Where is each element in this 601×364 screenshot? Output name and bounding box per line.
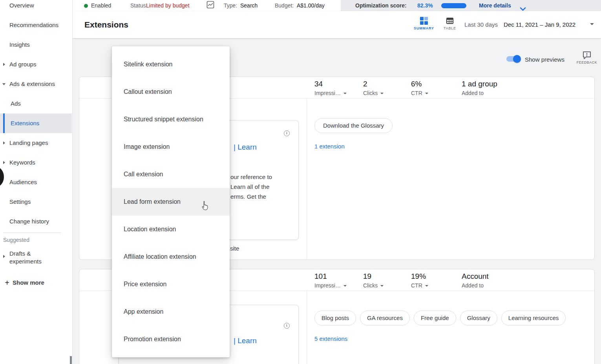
summary-view-label: SUMMARY xyxy=(414,26,434,30)
stat-value: Account xyxy=(462,272,489,281)
menu-item-affiliate-location-extension[interactable]: Affiliate location extension xyxy=(112,243,230,271)
google-ads-extensions-page: Overview Recommendations Insights Ad gro… xyxy=(0,0,601,364)
sidebar-nav: Overview Recommendations Insights Ad gro… xyxy=(0,0,72,231)
stat-label: Added to xyxy=(462,282,484,289)
sidebar-item-label: Overview xyxy=(9,2,34,9)
sidebar-item-ad-groups[interactable]: Ad groups xyxy=(0,55,72,74)
stat-clicks: 19 Clicks xyxy=(363,272,384,289)
chevron-down-icon[interactable] xyxy=(590,23,594,25)
menu-item-price-extension[interactable]: Price extension xyxy=(112,271,230,298)
stat-value: 6% xyxy=(411,80,428,88)
stat-ctr: 19% CTR xyxy=(411,272,428,289)
sitelink-chip[interactable]: Free guide xyxy=(414,311,456,326)
sidebar-item-audiences[interactable]: Audiences xyxy=(0,172,72,192)
performance-chart-icon[interactable] xyxy=(206,1,214,12)
enabled-label[interactable]: Enabled xyxy=(91,0,111,11)
sidebar-item-label: Change history xyxy=(9,218,49,225)
sidebar-item-label: Ad groups xyxy=(9,61,36,68)
sidebar-item-keywords[interactable]: Keywords xyxy=(0,153,72,172)
info-icon[interactable] xyxy=(284,130,290,136)
stat-label: Clicks xyxy=(363,282,378,289)
type-label: Type: xyxy=(224,0,237,11)
preview-description-line: our reference to xyxy=(230,172,272,182)
page-header: Extensions SUMMARY TABLE Last 30 days De… xyxy=(73,11,601,38)
stat-label: Impressi… xyxy=(314,282,341,289)
preview-title-fragment[interactable]: | Learn xyxy=(234,337,257,345)
preview-description: our reference to Learn all of the erms. … xyxy=(230,172,272,201)
sidebar: Overview Recommendations Insights Ad gro… xyxy=(0,0,73,364)
sidebar-item-recommendations[interactable]: Recommendations xyxy=(0,15,72,35)
enabled-status-dot xyxy=(84,4,88,8)
sidebar-item-ads-extensions[interactable]: Ads & extensions xyxy=(0,74,72,94)
table-view-button[interactable]: TABLE xyxy=(440,17,460,30)
budget-value[interactable]: A$1.00/day xyxy=(297,0,325,11)
sidebar-item-extensions-selected[interactable]: Extensions xyxy=(0,113,72,133)
stat-clicks: 2 Clicks xyxy=(363,80,384,96)
chevron-down-icon[interactable] xyxy=(425,285,428,287)
campaign-status-bar: Enabled Status: Limited by budget Type: … xyxy=(73,0,601,11)
download-glossary-button[interactable]: Download the Glossary xyxy=(314,118,393,133)
sitelink-chip[interactable]: Learning resources xyxy=(501,311,566,326)
stat-value: 34 xyxy=(314,80,347,88)
sidebar-show-more-button[interactable]: Show more xyxy=(0,275,72,291)
chevron-down-icon[interactable] xyxy=(425,93,428,94)
extension-type-menu: Sitelink extension Callout extension Str… xyxy=(112,46,230,357)
stat-value: 2 xyxy=(363,80,384,88)
menu-item-lead-form-extension[interactable]: Lead form extension xyxy=(112,188,230,216)
sitelink-chip[interactable]: Blog posts xyxy=(314,311,356,326)
summary-grid-icon xyxy=(420,17,428,25)
menu-item-promotion-extension[interactable]: Promotion extension xyxy=(112,326,230,353)
date-range-value[interactable]: Dec 11, 2021 – Jan 9, 2022 xyxy=(504,21,575,28)
feedback-button[interactable]: FEEDBACK xyxy=(576,51,597,64)
sidebar-item-drafts-experiments[interactable]: Drafts & experiments xyxy=(0,250,59,265)
sidebar-item-ads[interactable]: Ads xyxy=(0,94,72,113)
sidebar-suggested-heading: Suggested xyxy=(3,237,29,243)
table-view-label: TABLE xyxy=(440,26,460,30)
status-value[interactable]: Limited by budget xyxy=(146,0,190,11)
sidebar-item-label: Insights xyxy=(9,41,30,48)
extension-count-link[interactable]: 5 extensions xyxy=(314,335,347,342)
date-range-label: Last 30 days xyxy=(464,21,498,28)
chevron-right-icon xyxy=(3,63,5,66)
stat-label: CTR xyxy=(411,90,422,96)
menu-item-location-extension[interactable]: Location extension xyxy=(112,216,230,243)
menu-item-app-extension[interactable]: App extension xyxy=(112,298,230,326)
preview-title-fragment[interactable]: | Learn xyxy=(234,143,257,152)
sidebar-item-settings[interactable]: Settings xyxy=(0,192,72,212)
feedback-icon xyxy=(576,51,597,59)
sidebar-item-landing-pages[interactable]: Landing pages xyxy=(0,133,72,153)
chevron-down-icon[interactable] xyxy=(380,285,384,287)
chevron-down-icon[interactable] xyxy=(380,93,384,94)
stat-label: Clicks xyxy=(363,90,378,96)
info-icon[interactable] xyxy=(284,323,290,329)
sidebar-item-insights[interactable]: Insights xyxy=(0,35,72,55)
sitelink-chips-row: Blog posts GA resources Free guide Gloss… xyxy=(314,311,566,326)
sidebar-scrollbar-thumb[interactable] xyxy=(70,356,72,364)
menu-item-callout-extension[interactable]: Callout extension xyxy=(112,78,230,106)
chevron-down-icon[interactable] xyxy=(343,285,347,287)
sidebar-item-label: Recommendations xyxy=(9,22,58,28)
sitelink-chip[interactable]: Glossary xyxy=(460,311,497,326)
preview-caption-fragment: site xyxy=(230,245,239,252)
stat-added-to: 1 ad group Added to xyxy=(462,80,497,96)
menu-item-image-extension[interactable]: Image extension xyxy=(112,133,230,161)
more-details-button[interactable]: More details xyxy=(479,0,511,11)
chevron-right-icon xyxy=(3,141,5,145)
show-previews-toggle[interactable] xyxy=(506,56,520,62)
sitelink-chip[interactable]: GA resources xyxy=(360,311,410,326)
stat-value: 19% xyxy=(411,272,428,281)
menu-item-call-extension[interactable]: Call extension xyxy=(112,161,230,188)
sidebar-item-overview[interactable]: Overview xyxy=(0,0,72,15)
extension-count-link[interactable]: 1 extension xyxy=(314,143,345,150)
stat-added-to: Account Added to xyxy=(462,272,489,289)
stat-label: Impressi… xyxy=(314,90,341,96)
menu-item-structured-snippet-extension[interactable]: Structured snippet extension xyxy=(112,106,230,133)
chevron-down-icon[interactable] xyxy=(343,93,347,94)
menu-item-sitelink-extension[interactable]: Sitelink extension xyxy=(112,51,230,78)
chevron-right-icon xyxy=(3,255,5,258)
sidebar-divider xyxy=(3,232,61,233)
feedback-label: FEEDBACK xyxy=(576,60,597,64)
summary-view-button[interactable]: SUMMARY xyxy=(414,17,434,30)
chevron-right-icon xyxy=(3,161,5,164)
sidebar-item-change-history[interactable]: Change history xyxy=(0,212,72,231)
